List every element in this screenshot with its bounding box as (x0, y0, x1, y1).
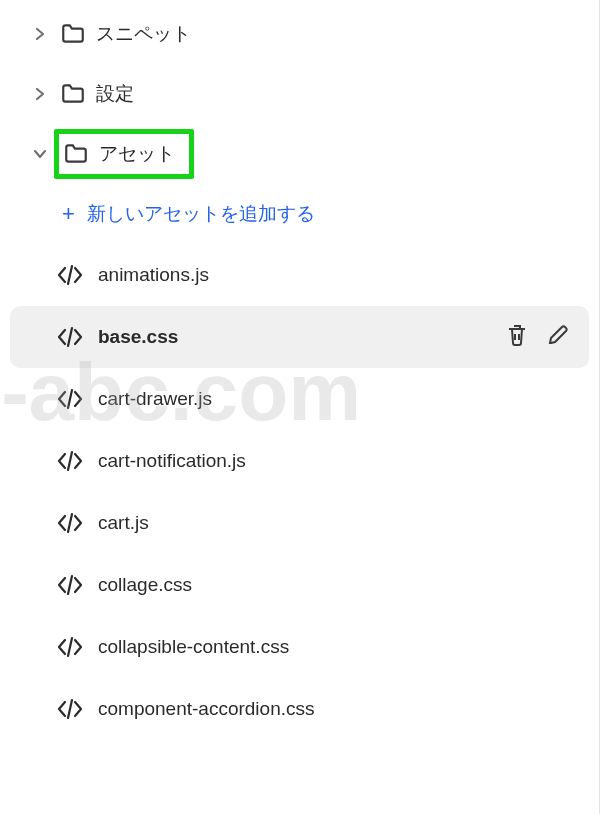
chevron-right-icon (30, 88, 50, 100)
folder-row-assets[interactable]: アセット (0, 124, 599, 184)
code-icon (56, 512, 84, 534)
highlight-box: アセット (54, 129, 194, 179)
chevron-right-icon (30, 28, 50, 40)
code-icon (56, 636, 84, 658)
file-name: base.css (98, 326, 491, 348)
code-icon (56, 450, 84, 472)
file-row[interactable]: component-accordion.css (0, 678, 599, 740)
folder-row-snippets[interactable]: スニペット (0, 4, 599, 64)
add-asset-button[interactable]: + 新しいアセットを追加する (0, 184, 599, 244)
file-name: cart.js (98, 512, 581, 534)
file-row[interactable]: cart.js (0, 492, 599, 554)
edit-icon[interactable] (547, 323, 571, 352)
folder-label: アセット (99, 141, 175, 167)
file-name: component-accordion.css (98, 698, 581, 720)
code-icon (56, 574, 84, 596)
folder-label: 設定 (96, 81, 134, 107)
file-row[interactable]: cart-notification.js (0, 430, 599, 492)
code-icon (56, 698, 84, 720)
delete-icon[interactable] (505, 323, 529, 352)
folder-row-settings[interactable]: 設定 (0, 64, 599, 124)
folder-icon (60, 21, 86, 47)
code-icon (56, 264, 84, 286)
chevron-down-icon (30, 148, 50, 160)
folder-icon (63, 141, 89, 167)
file-row[interactable]: cart-drawer.js (0, 368, 599, 430)
folder-label: スニペット (96, 21, 191, 47)
file-name: cart-notification.js (98, 450, 581, 472)
folder-icon (60, 81, 86, 107)
file-row[interactable]: base.css (10, 306, 589, 368)
file-name: collage.css (98, 574, 581, 596)
file-tree: スニペット 設定 アセット + 新しいアセットを追加する animations.… (0, 0, 600, 814)
add-asset-label: 新しいアセットを追加する (87, 201, 315, 227)
file-row[interactable]: animations.js (0, 244, 599, 306)
file-name: animations.js (98, 264, 581, 286)
file-name: collapsible-content.css (98, 636, 581, 658)
file-name: cart-drawer.js (98, 388, 581, 410)
plus-icon: + (62, 201, 75, 227)
code-icon (56, 388, 84, 410)
code-icon (56, 326, 84, 348)
file-actions (505, 323, 571, 352)
file-row[interactable]: collage.css (0, 554, 599, 616)
file-row[interactable]: collapsible-content.css (0, 616, 599, 678)
